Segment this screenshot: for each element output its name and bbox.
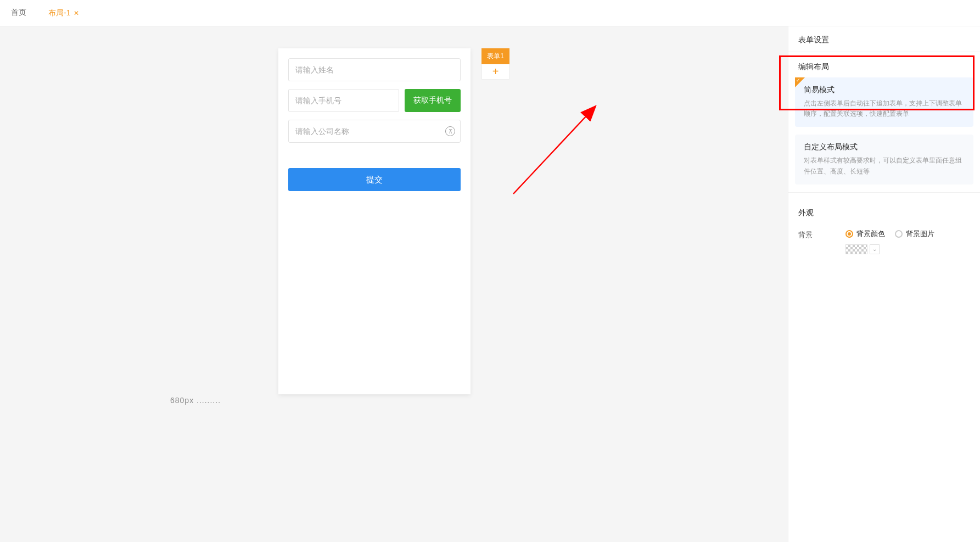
radio-checked-icon [845, 230, 853, 238]
appearance-controls: 背景颜色 背景图片 ⌄ [845, 229, 970, 254]
get-phone-button[interactable]: 获取手机号 [405, 89, 461, 112]
main-layout: 获取手机号 ⊼ 提交 表单1 + 680px ......... [0, 26, 980, 542]
mode-custom-title: 自定义布局模式 [804, 142, 965, 152]
phone-row: 获取手机号 [288, 89, 461, 112]
tabs-bar: 首页 布局-1 ✕ [0, 0, 980, 26]
company-input[interactable] [288, 120, 461, 143]
radio-bgcolor-label: 背景颜色 [856, 229, 885, 239]
divider [788, 192, 980, 193]
side-controls: 表单1 + [481, 48, 509, 80]
canvas-area: 获取手机号 ⊼ 提交 表单1 + 680px ......... [0, 26, 788, 542]
svg-line-1 [513, 106, 596, 194]
mode-custom-desc: 对表单样式有较高要求时，可以自定义表单里面任意组件位置、高度、长短等 [804, 155, 965, 176]
mode-simple-title: 简易模式 [804, 85, 965, 95]
mode-simple[interactable]: ✓ 简易模式 点击左侧表单后自动往下追加表单，支持上下调整表单顺序，配置关联选项… [795, 77, 973, 127]
phone-input[interactable] [288, 89, 399, 112]
close-icon[interactable]: ✕ [74, 9, 79, 17]
appearance-row: 背景 背景颜色 背景图片 ⌄ [788, 223, 980, 260]
mode-simple-desc: 点击左侧表单后自动往下追加表单，支持上下调整表单顺序，配置关联选项，快速配置表单 [804, 98, 965, 119]
submit-button[interactable]: 提交 [288, 168, 461, 191]
check-icon: ✓ [796, 77, 800, 83]
company-input-wrapper: ⊼ [288, 120, 461, 143]
background-label: 背景 [798, 229, 813, 240]
name-input[interactable] [288, 58, 461, 81]
edit-layout-title: 编辑布局 [788, 52, 980, 77]
radio-bgimage[interactable]: 背景图片 [895, 229, 934, 239]
input-suffix-icon[interactable]: ⊼ [445, 126, 455, 136]
dimension-label: 680px ......... [170, 396, 221, 405]
background-radio-group: 背景颜色 背景图片 [845, 229, 970, 239]
form-card: 获取手机号 ⊼ 提交 [278, 48, 471, 394]
color-swatch[interactable] [845, 244, 867, 254]
chevron-down-icon[interactable]: ⌄ [870, 244, 880, 254]
radio-bgimage-label: 背景图片 [906, 229, 934, 239]
tab-layout-label: 布局-1 [48, 8, 70, 18]
tab-layout-1[interactable]: 布局-1 ✕ [37, 0, 90, 26]
form-tag-1[interactable]: 表单1 [481, 48, 509, 64]
add-form-button[interactable]: + [481, 64, 509, 80]
right-panel: 表单设置 编辑布局 ✓ 简易模式 点击左侧表单后自动往下追加表单，支持上下调整表… [788, 26, 980, 542]
tab-home-label: 首页 [11, 8, 26, 18]
panel-title: 表单设置 [788, 26, 980, 52]
form-container: 获取手机号 ⊼ 提交 表单1 + [278, 48, 509, 394]
mode-options: ✓ 简易模式 点击左侧表单后自动往下追加表单，支持上下调整表单顺序，配置关联选项… [788, 77, 980, 185]
color-picker: ⌄ [845, 244, 970, 254]
radio-bgcolor[interactable]: 背景颜色 [845, 229, 885, 239]
tab-home[interactable]: 首页 [0, 0, 37, 26]
appearance-title: 外观 [788, 198, 980, 223]
radio-unchecked-icon [895, 230, 903, 238]
mode-custom[interactable]: 自定义布局模式 对表单样式有较高要求时，可以自定义表单里面任意组件位置、高度、长… [795, 135, 973, 184]
